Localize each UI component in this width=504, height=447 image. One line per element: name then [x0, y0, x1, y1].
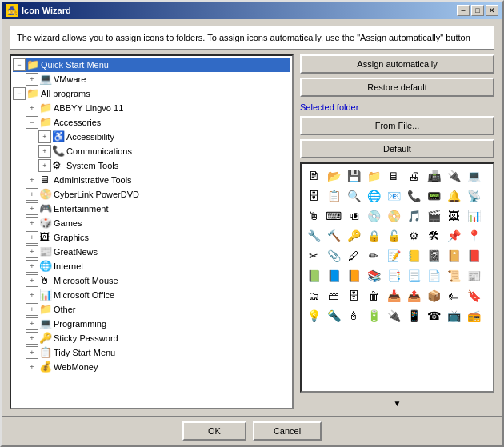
icon-cell[interactable]: 📝	[384, 246, 403, 265]
tree-expander[interactable]: +	[26, 289, 38, 301]
icon-cell[interactable]: 🔔	[444, 186, 463, 206]
icon-cell[interactable]: 📍	[464, 226, 483, 245]
icon-cell[interactable]: 🔋	[364, 306, 383, 325]
icon-cell[interactable]: 📂	[324, 166, 343, 186]
icon-cell[interactable]: 🛠	[424, 226, 443, 245]
tree-expander[interactable]: +	[26, 174, 38, 186]
icon-cell[interactable]: 📙	[344, 266, 363, 285]
icon-cell[interactable]: 🎬	[424, 206, 443, 225]
icon-cell[interactable]: 📺	[444, 306, 463, 325]
tree-expander[interactable]: −	[13, 87, 26, 100]
tree-expander[interactable]: +	[26, 260, 38, 273]
icon-cell[interactable]: 🔑	[344, 226, 363, 245]
tree-item[interactable]: −📁Quick Start Menu	[13, 58, 290, 72]
restore-default-button[interactable]: Restore default	[300, 78, 494, 97]
folder-tree[interactable]: −📁Quick Start Menu+💻VMware−📁All programs…	[10, 54, 294, 409]
tree-expander[interactable]: +	[26, 102, 38, 114]
assign-automatically-button[interactable]: Assign automatically	[300, 54, 494, 74]
tree-item[interactable]: +⚙System Tools	[13, 158, 290, 173]
icon-cell[interactable]: 🖥	[384, 166, 403, 186]
tree-item[interactable]: +📊Microsoft Office	[13, 288, 290, 302]
maximize-button[interactable]: □	[471, 5, 484, 16]
tree-item[interactable]: +💰WebMoney	[13, 360, 290, 374]
icon-cell[interactable]: 📀	[384, 206, 403, 225]
tree-item[interactable]: +📀CyberLink PowerDVD	[13, 187, 290, 202]
icon-cell[interactable]: 🔌	[384, 306, 403, 325]
tree-item[interactable]: +🎲Games	[13, 216, 290, 230]
icon-cell[interactable]: 🔓	[384, 226, 403, 245]
tree-expander[interactable]: +	[38, 145, 51, 158]
icon-cell[interactable]: ☎	[424, 306, 443, 325]
tree-item[interactable]: +🖥Administrative Tools	[13, 173, 290, 187]
icon-cell[interactable]: 🗄	[344, 286, 363, 305]
icon-cell[interactable]: 📒	[404, 246, 423, 265]
icon-cell[interactable]: 📡	[464, 186, 483, 206]
tree-item[interactable]: +🎮Entertainment	[13, 202, 290, 216]
minimize-button[interactable]: –	[457, 5, 470, 16]
icon-cell[interactable]: 🖲	[344, 206, 363, 225]
icon-cell[interactable]: 🖹	[304, 166, 323, 186]
tree-item[interactable]: +🌐Internet	[13, 259, 290, 273]
icon-cell[interactable]: 🗑	[364, 286, 383, 305]
tree-expander[interactable]: +	[26, 202, 38, 215]
tree-expander[interactable]: +	[26, 274, 38, 287]
icon-cell[interactable]: 📕	[464, 246, 483, 265]
icon-cell[interactable]: 📚	[364, 266, 383, 285]
tree-expander[interactable]: +	[38, 159, 51, 172]
tree-item[interactable]: −📁Accessories	[13, 115, 290, 130]
icon-cell[interactable]: 🏷	[444, 286, 463, 305]
default-button[interactable]: Default	[300, 139, 494, 158]
icon-cell[interactable]: 🔍	[344, 186, 363, 206]
icon-cell[interactable]: 📄	[424, 266, 443, 285]
tree-expander[interactable]: +	[26, 188, 38, 201]
icon-cell[interactable]: ⚙	[404, 226, 423, 245]
tree-item[interactable]: +♿Accessibility	[13, 130, 290, 144]
icon-cell[interactable]: ✏	[364, 246, 383, 265]
tree-expander[interactable]: −	[26, 116, 38, 129]
icon-grid-container[interactable]: 🖹📂💾📁🖥🖨📠🔌💻🗄📋🔍🌐📧📞📟🔔📡🖱⌨🖲💿📀🎵🎬🖼📊🔧🔨🔑🔒🔓⚙🛠📌📍✂📎🖊✏…	[300, 162, 494, 393]
tree-item[interactable]: +📁ABBYY Lingvo 11	[13, 101, 290, 115]
tree-expander[interactable]: +	[26, 217, 38, 229]
icon-cell[interactable]: 📔	[444, 246, 463, 265]
icon-cell[interactable]: 📻	[464, 306, 483, 325]
tree-expander[interactable]: +	[26, 303, 38, 316]
tree-expander[interactable]: +	[26, 332, 38, 345]
icon-cell[interactable]: 📟	[424, 186, 443, 206]
icon-cell[interactable]: 💾	[344, 166, 363, 186]
tree-item[interactable]: +🖼Graphics	[13, 230, 290, 245]
icon-cell[interactable]: 📓	[424, 246, 443, 265]
tree-item[interactable]: +🔑Sticky Password	[13, 331, 290, 345]
icon-cell[interactable]: 🗂	[304, 286, 323, 305]
icon-cell[interactable]: 🔦	[324, 306, 343, 325]
scroll-down-arrow[interactable]: ▼	[300, 397, 494, 409]
icon-cell[interactable]: 📎	[324, 246, 343, 265]
tree-expander[interactable]: +	[38, 130, 51, 143]
tree-expander[interactable]: +	[26, 317, 38, 330]
icon-cell[interactable]: ✂	[304, 246, 323, 265]
icon-cell[interactable]: 📊	[464, 206, 483, 225]
tree-expander[interactable]: +	[26, 231, 38, 244]
tree-expander[interactable]: −	[13, 58, 26, 71]
icon-cell[interactable]: 📠	[424, 166, 443, 186]
icon-cell[interactable]: 📥	[384, 286, 403, 305]
tree-expander[interactable]: +	[26, 73, 38, 86]
ok-button[interactable]: OK	[182, 421, 246, 441]
icon-cell[interactable]: 🔒	[364, 226, 383, 245]
icon-cell[interactable]: 📃	[404, 266, 423, 285]
icon-cell[interactable]: 📜	[444, 266, 463, 285]
icon-cell[interactable]: 📌	[444, 226, 463, 245]
icon-cell[interactable]: 🔌	[444, 166, 463, 186]
icon-cell[interactable]: 🌐	[364, 186, 383, 206]
icon-cell[interactable]: 🔨	[324, 226, 343, 245]
tree-item[interactable]: +📁Other	[13, 302, 290, 317]
icon-cell[interactable]: 🖱	[304, 206, 323, 225]
icon-cell[interactable]: 📘	[324, 266, 343, 285]
icon-cell[interactable]: 🕯	[344, 306, 363, 325]
icon-cell[interactable]: 🗃	[324, 286, 343, 305]
from-file-button[interactable]: From File...	[300, 116, 494, 135]
icon-cell[interactable]: 📑	[384, 266, 403, 285]
icon-cell[interactable]: 🖼	[444, 206, 463, 225]
icon-cell[interactable]: 🖊	[344, 246, 363, 265]
tree-expander[interactable]: +	[26, 346, 38, 359]
icon-cell[interactable]: 💻	[464, 166, 483, 186]
